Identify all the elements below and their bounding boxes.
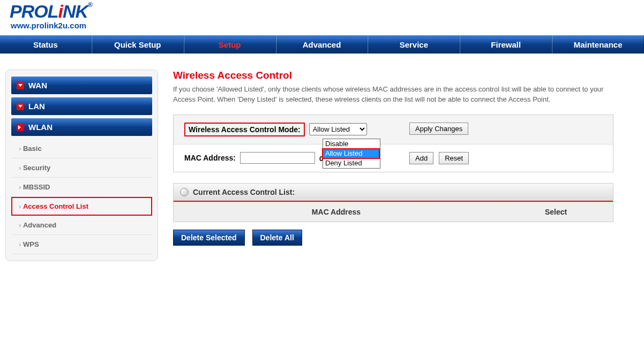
acl-table-head: MAC Address Select [174,202,613,222]
mac-input[interactable] [240,152,315,164]
tab-firewall[interactable]: Firewall [460,35,552,54]
sidebar-sub-security[interactable]: Security [11,158,152,178]
sidebar-sub-basic[interactable]: Basic [11,139,152,158]
mode-label: Wireless Access Control Mode: [184,123,305,136]
brand-url: www.prolink2u.com [10,21,644,30]
tab-setup[interactable]: Setup [184,35,276,54]
chevron-down-icon [17,82,24,89]
acl-list-header: Current Access Control List: [174,184,613,202]
chevron-down-icon [17,103,24,110]
logo-area: PROLiNK® www.prolink2u.com [0,0,644,30]
sidebar-sub-wps[interactable]: WPS [11,235,152,254]
sidebar-sub-mbssid[interactable]: MBSSID [11,178,152,197]
sidebar-item-wan[interactable]: WAN [11,77,152,94]
apply-changes-button[interactable]: Apply Changes [409,123,468,135]
mode-row: Wireless Access Control Mode: Allow List… [174,115,613,144]
mode-dropdown-list: Disable Allow Listed Deny Listed [323,139,380,169]
sidebar-item-label: WLAN [28,123,53,132]
gear-icon [180,188,189,196]
acl-list-title: Current Access Control List: [193,188,295,196]
sidebar-sub-acl[interactable]: Access Control List [11,197,152,216]
sidebar-item-label: LAN [28,102,45,111]
delete-selected-button[interactable]: Delete Selected [173,230,245,246]
tab-status[interactable]: Status [0,35,92,54]
sidebar-sub-advanced[interactable]: Advanced [11,216,152,235]
mode-option-allow[interactable]: Allow Listed [323,149,380,158]
mode-option-disable[interactable]: Disable [323,139,380,149]
reset-button[interactable]: Reset [439,152,469,164]
main-content: Wireless Access Control If you choose 'A… [158,70,624,261]
top-nav: Status Quick Setup Setup Advanced Servic… [0,35,644,54]
sidebar-item-wlan[interactable]: WLAN [11,118,152,136]
mode-option-deny[interactable]: Deny Listed [323,158,380,168]
brand-logo: PROLiNK® [10,1,644,22]
col-mac: MAC Address [174,202,499,222]
page-description: If you choose 'Allowed Listed', only tho… [173,85,613,105]
sidebar-item-label: WAN [28,81,47,90]
page-title: Wireless Access Control [173,70,613,81]
sidebar-item-lan[interactable]: LAN [11,97,152,115]
sidebar: WAN LAN WLAN Basic Security MBSSID Acces… [5,70,158,261]
settings-panel: Wireless Access Control Mode: Allow List… [173,115,613,172]
mode-select[interactable]: Allow Listed [309,123,367,135]
tab-advanced[interactable]: Advanced [276,35,368,54]
mac-row: MAC Address: 00E086710502) Add Reset [174,144,613,172]
tab-quick-setup[interactable]: Quick Setup [92,35,184,54]
delete-all-button[interactable]: Delete All [252,230,302,246]
add-button[interactable]: Add [409,152,433,164]
action-row: Delete Selected Delete All [173,230,613,246]
col-select: Select [499,202,613,222]
acl-list-panel: Current Access Control List: MAC Address… [173,183,613,222]
chevron-right-icon [17,124,24,131]
tab-service[interactable]: Service [368,35,460,54]
mac-label: MAC Address: [184,154,236,162]
tab-maintenance[interactable]: Maintenance [552,35,644,54]
